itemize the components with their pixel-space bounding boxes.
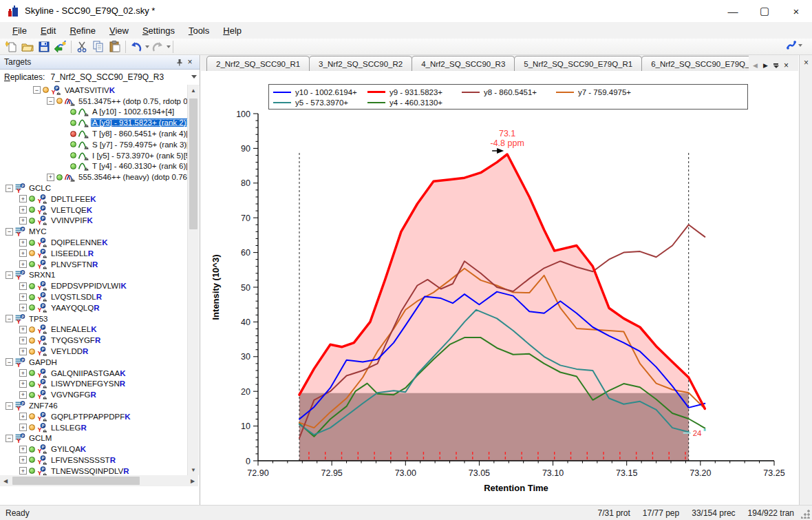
- paste-button[interactable]: [107, 39, 123, 54]
- tree-item-znf746[interactable]: −PYZNF746: [0, 400, 187, 411]
- tree-item-liswydnefgysn[interactable]: +PYLISWYDNEFGYSNR: [0, 379, 187, 390]
- tree-item-elnealel[interactable]: +PYELNEALELK: [0, 324, 187, 335]
- menu-refine[interactable]: Refine: [63, 23, 103, 38]
- tree-item-tyqgsygf[interactable]: +PYTYQGSYGFR: [0, 335, 187, 346]
- tree-item-edpdsvppidvlwi[interactable]: +PYEDPDSVPPIDVLWIK: [0, 280, 187, 291]
- expand-icon[interactable]: +: [19, 195, 27, 202]
- menu-file[interactable]: File: [6, 23, 34, 38]
- expand-icon[interactable]: +: [19, 217, 27, 225]
- close-button[interactable]: ×: [780, 0, 812, 22]
- tree-item-a-y10-1002-6194-4-[interactable]: A [y10] - 1002.6194+[4]: [0, 107, 187, 118]
- tree-item-myc[interactable]: −PYMYC: [0, 226, 187, 237]
- tree-item-yaayqqlq[interactable]: +PYYAAYQQLQR: [0, 302, 187, 313]
- tree-item-t-y8-860-5451-rank-4-1-[interactable]: T [y8] - 860.5451+ (rank 4)[1]: [0, 128, 187, 139]
- import-results-button[interactable]: [52, 39, 69, 54]
- redo-button[interactable]: [149, 39, 166, 54]
- tools-dropdown-button[interactable]: [785, 40, 802, 51]
- new-document-button[interactable]: [3, 39, 19, 54]
- collapse-icon[interactable]: −: [6, 435, 13, 442]
- collapse-icon[interactable]: −: [6, 185, 13, 192]
- tree-item-llsleg[interactable]: +PYLLSLEGR: [0, 422, 187, 433]
- expand-icon[interactable]: +: [19, 239, 27, 247]
- tree-item-tp53[interactable]: −PYTP53: [0, 313, 187, 324]
- tree-item-551-3475-dotp-0-75-rdotp[interactable]: −551.3475++ (dotp 0.75, rdotp 0.97, tc: [0, 96, 187, 107]
- save-button[interactable]: [36, 39, 52, 54]
- tree-item-gapdh[interactable]: −PYGAPDH: [0, 357, 187, 368]
- tab-6_nrf2_sq_scc90_e79q_r2[interactable]: 6_Nrf2_SQ_SCC90_E79Q_R2: [641, 56, 749, 71]
- expand-icon[interactable]: +: [19, 348, 27, 355]
- tree-item-gqplptppappdpf[interactable]: +PYGQPLPTPPAPPDPFK: [0, 411, 187, 422]
- menu-view[interactable]: View: [103, 23, 136, 38]
- expand-icon[interactable]: +: [19, 456, 27, 464]
- chromatogram-plot[interactable]: 010203040506070809010072.9072.9573.0073.…: [201, 71, 798, 503]
- tree-item-liseedll[interactable]: +PYLISEEDLLR: [0, 248, 187, 259]
- tree-item-plnvsftn[interactable]: +PYPLNVSFTNR: [0, 259, 187, 270]
- tree-item-s-y7-759-4975-rank-3-3-[interactable]: S [y7] - 759.4975+ (rank 3)[3]: [0, 139, 187, 150]
- expand-icon[interactable]: +: [47, 174, 54, 181]
- tab-dock-menu-button[interactable]: [771, 60, 781, 71]
- scroll-up-icon[interactable]: ▲: [188, 85, 199, 96]
- close-panel-icon[interactable]: ×: [184, 56, 195, 67]
- close-pane-icon[interactable]: ×: [801, 57, 812, 68]
- expand-icon[interactable]: +: [19, 260, 27, 268]
- menu-settings[interactable]: Settings: [136, 23, 182, 38]
- tree-item-srxn1[interactable]: −PYSRXN1: [0, 270, 187, 281]
- resize-grip[interactable]: [801, 509, 811, 519]
- minimize-button[interactable]: —: [717, 0, 749, 22]
- tree-item-lfivesnsssst[interactable]: +PYLFIVESNSSSSTR: [0, 455, 187, 466]
- tree-item-i-y5-573-3970-rank-5-5-[interactable]: I [y5] - 573.3970+ (rank 5)[5]: [0, 150, 187, 161]
- open-button[interactable]: [19, 39, 36, 54]
- expand-icon[interactable]: +: [19, 249, 27, 257]
- tree-item-a-y9-931-5823-rank-2-2-[interactable]: A [y9] - 931.5823+ (rank 2)[2]: [0, 117, 187, 128]
- tree-item-vvinvpif[interactable]: +PYVVINVPIFK: [0, 216, 187, 227]
- menu-edit[interactable]: Edit: [34, 23, 63, 38]
- tree-item-dpltlfee[interactable]: +PYDPLTLFEEK: [0, 194, 187, 205]
- expand-icon[interactable]: +: [19, 467, 27, 475]
- collapse-icon[interactable]: −: [47, 97, 54, 105]
- collapse-icon[interactable]: −: [33, 86, 41, 94]
- expand-icon[interactable]: +: [19, 369, 27, 377]
- collapse-icon[interactable]: −: [6, 358, 13, 366]
- tab-scroll-left-button[interactable]: ◀: [750, 60, 760, 71]
- expand-icon[interactable]: +: [19, 206, 27, 214]
- collapse-icon[interactable]: −: [6, 315, 13, 322]
- cut-button[interactable]: [74, 39, 90, 54]
- scroll-right-icon[interactable]: ▶: [187, 475, 198, 486]
- tree-item-tlnewssqinpdlv[interactable]: +PYTLNEWSSQINPDLVR: [0, 466, 187, 475]
- replicates-dropdown[interactable]: 7_Nrf2_SQ_SCC90_E79Q_R3: [50, 70, 200, 84]
- expand-icon[interactable]: +: [19, 424, 27, 431]
- tree-item-lvqstlsdl[interactable]: +PYLVQSTLSDLR: [0, 291, 187, 302]
- tree-vertical-scrollbar[interactable]: ▲ ▼: [187, 85, 199, 475]
- tree-item-555-3546-heavy-dotp-0-76[interactable]: +555.3546++ (heavy) (dotp 0.76): [0, 171, 187, 183]
- tree-item-vaatsvitiv[interactable]: −PYVAATSVITIVK: [0, 85, 187, 96]
- scroll-down-icon[interactable]: ▼: [188, 464, 199, 475]
- collapse-icon[interactable]: −: [6, 271, 13, 279]
- expand-icon[interactable]: +: [19, 326, 27, 333]
- expand-icon[interactable]: +: [19, 282, 27, 290]
- menu-tools[interactable]: Tools: [182, 23, 216, 38]
- tree-item-t-y4-460-3130-rank-6-6-[interactable]: T [y4] - 460.3130+ (rank 6)[6]: [0, 161, 187, 172]
- scroll-left-icon[interactable]: ◀: [0, 475, 11, 486]
- tab-3_nrf2_sq_scc90_r2[interactable]: 3_Nrf2_SQ_SCC90_R2: [309, 56, 412, 71]
- tab-2_nrf2_sq_scc90_r1[interactable]: 2_Nrf2_SQ_SCC90_R1: [206, 56, 310, 71]
- tab-scroll-right-button[interactable]: ▶: [760, 60, 771, 71]
- tree-item-gyilqa[interactable]: +PYGYILQAK: [0, 444, 187, 455]
- tree-horizontal-scrollbar[interactable]: ◀ ▶: [0, 475, 198, 486]
- expand-icon[interactable]: +: [19, 446, 27, 453]
- tree-item-vgvngfg[interactable]: +PYVGVNGFGR: [0, 389, 187, 400]
- tab-4_nrf2_sq_scc90_r3[interactable]: 4_Nrf2_SQ_SCC90_R3: [412, 56, 515, 71]
- copy-button[interactable]: [90, 39, 107, 54]
- expand-icon[interactable]: +: [19, 380, 27, 388]
- chevron-down-icon[interactable]: [167, 45, 171, 48]
- menu-help[interactable]: Help: [216, 23, 248, 38]
- tree-item-veyldd[interactable]: +PYVEYLDDR: [0, 346, 187, 357]
- tree-item-vletlqe[interactable]: +PYVLETLQEK: [0, 205, 187, 216]
- expand-icon[interactable]: +: [19, 413, 27, 420]
- expand-icon[interactable]: +: [19, 391, 27, 399]
- tab-close-button[interactable]: ×: [781, 60, 791, 71]
- collapse-icon[interactable]: −: [6, 228, 13, 236]
- tab-5_nrf2_sq_scc90_e79q_r1[interactable]: 5_Nrf2_SQ_SCC90_E79Q_R1: [514, 56, 642, 71]
- tree-item-galqniipastgaa[interactable]: +PYGALQNIIPASTGAAK: [0, 368, 187, 379]
- pin-icon[interactable]: [173, 56, 184, 67]
- undo-button[interactable]: [128, 39, 145, 54]
